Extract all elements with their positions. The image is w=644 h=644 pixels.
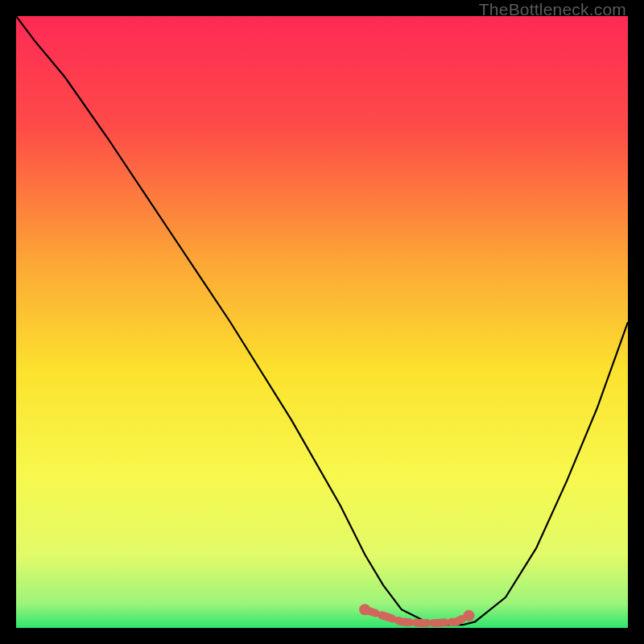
optimal-range-start-dot: [359, 604, 370, 615]
chart-frame: TheBottleneck.com: [0, 0, 644, 644]
plot-area: [16, 16, 628, 628]
watermark-text: TheBottleneck.com: [479, 0, 626, 19]
optimal-range-end-dot: [463, 610, 474, 621]
optimal-range-marker: [359, 604, 474, 623]
bottleneck-curve: [16, 16, 628, 625]
curve-layer: [16, 16, 628, 628]
